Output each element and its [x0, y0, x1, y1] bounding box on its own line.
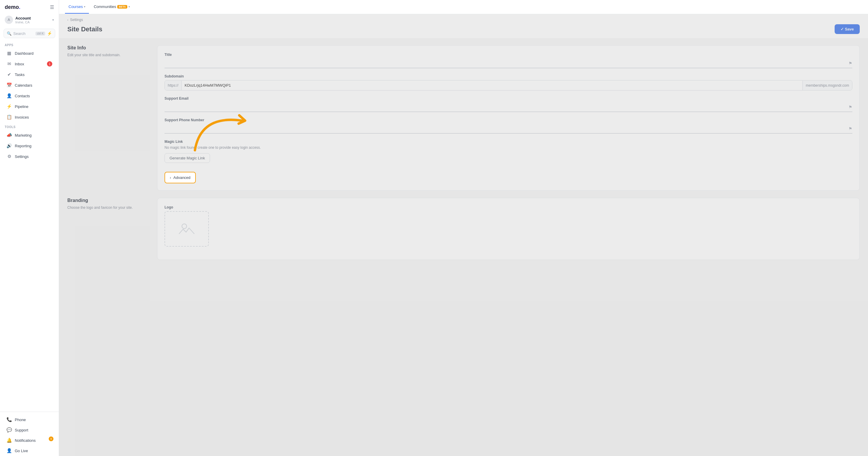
sidebar-item-phone[interactable]: 📞 Phone: [2, 415, 57, 425]
advanced-label: Advanced: [173, 175, 190, 180]
sidebar-item-label: Calendars: [15, 83, 32, 88]
contacts-icon: 👤: [6, 93, 12, 98]
sidebar-item-contacts[interactable]: 👤 Contacts: [2, 91, 57, 101]
sidebar-item-label: Go Live: [15, 449, 28, 453]
sidebar-item-calendars[interactable]: 📅 Calendars: [2, 80, 57, 90]
calendars-icon: 📅: [6, 83, 12, 88]
sidebar-item-label: Dashboard: [15, 51, 34, 56]
hamburger-icon[interactable]: ☰: [50, 4, 54, 10]
branding-section: Branding Choose the logo and favicon for…: [67, 198, 860, 260]
account-name: Account: [16, 16, 50, 20]
save-button[interactable]: ✓ Save: [835, 24, 860, 34]
phone-icon: 📞: [6, 417, 12, 422]
sidebar-item-label: Marketing: [15, 133, 32, 138]
support-phone-input[interactable]: [164, 124, 848, 133]
dashboard-icon: ▦: [6, 51, 12, 56]
search-icon: 🔍: [7, 31, 11, 36]
topnav-courses[interactable]: Courses ▾: [65, 0, 89, 13]
sidebar-logo-area: demo. ☰: [0, 0, 59, 13]
sidebar-item-label: Reporting: [15, 144, 31, 148]
advanced-button[interactable]: › Advanced: [164, 172, 196, 183]
generate-magic-link-button[interactable]: Generate Magic Link: [164, 153, 210, 163]
support-phone-group: Support Phone Number ⚑: [164, 118, 852, 134]
content-area: ‹ Settings Site Details ✓ Save Site Info…: [59, 14, 868, 456]
page-body: Site Info Edit your site title and subdo…: [59, 38, 868, 274]
topnav-communities[interactable]: Communities Beta ▾: [90, 0, 133, 13]
sidebar-item-inbox[interactable]: ✉ Inbox 1: [2, 59, 57, 69]
branding-description: Branding Choose the logo and favicon for…: [67, 198, 150, 260]
notifications-badge: 9: [49, 436, 54, 441]
main-content: Courses ▾ Communities Beta ▾ ‹ Settings …: [59, 0, 868, 456]
breadcrumb-settings[interactable]: Settings: [70, 18, 83, 22]
sidebar-bottom: 📞 Phone 💬 Support 🔔 Notifications 9 👤 Go…: [0, 411, 59, 456]
search-shortcut: ctrl K: [35, 32, 45, 35]
communities-label: Communities: [94, 4, 116, 9]
advanced-chevron-icon: ›: [170, 176, 171, 180]
subdomain-input[interactable]: [182, 80, 802, 90]
communities-chevron-icon: ▾: [128, 5, 130, 8]
site-info-desc: Edit your site title and subdomain.: [67, 52, 150, 58]
sidebar-item-label: Phone: [15, 418, 26, 422]
bolt-icon: ⚡: [47, 31, 52, 36]
logo-label: Logo: [164, 205, 852, 209]
title-group: Title ⚑: [164, 53, 852, 68]
support-icon: 💬: [6, 427, 12, 433]
courses-chevron-icon: ▾: [84, 5, 85, 8]
support-email-group: Support Email ⚑: [164, 96, 852, 112]
magic-link-group: Magic Link No magic link found, create o…: [164, 140, 852, 166]
subdomain-group: Subdomain https:// memberships.msgsndr.c…: [164, 74, 852, 90]
support-phone-flag-icon: ⚑: [848, 126, 852, 131]
chevron-down-icon: ▾: [52, 18, 54, 22]
sidebar-item-label: Settings: [15, 154, 29, 159]
sidebar-item-dashboard[interactable]: ▦ Dashboard: [2, 48, 57, 58]
support-email-label: Support Email: [164, 96, 852, 101]
site-info-title: Site Info: [67, 45, 150, 51]
title-flag-icon: ⚑: [848, 61, 852, 66]
page-title: Site Details: [67, 25, 102, 33]
account-location: Irvine, CA: [16, 20, 50, 24]
sidebar-item-label: Contacts: [15, 94, 30, 98]
branding-title: Branding: [67, 198, 150, 203]
sidebar-item-reporting[interactable]: 🔊 Reporting: [2, 141, 57, 151]
beta-badge: Beta: [117, 5, 127, 8]
sidebar-item-label: Support: [15, 428, 28, 432]
sidebar-item-label: Tasks: [15, 73, 25, 77]
svg-point-0: [182, 224, 187, 229]
sidebar-item-pipeline[interactable]: ⚡ Pipeline: [2, 102, 57, 112]
search-bar[interactable]: 🔍 Search ctrl K ⚡: [4, 29, 55, 38]
sidebar-item-support[interactable]: 💬 Support: [2, 425, 57, 435]
sidebar-item-label: Invoices: [15, 115, 29, 119]
notifications-icon: 🔔: [6, 438, 12, 443]
sidebar-item-tasks[interactable]: ✔ Tasks: [2, 69, 57, 80]
sidebar-item-invoices[interactable]: 📋 Invoices: [2, 112, 57, 122]
branding-desc: Choose the logo and favicon for your sit…: [67, 205, 150, 210]
site-info-description: Site Info Edit your site title and subdo…: [67, 45, 150, 191]
sidebar: demo. ☰ A Account Irvine, CA ▾ 🔍 Search …: [0, 0, 59, 456]
support-email-flag-icon: ⚑: [848, 105, 852, 109]
sidebar-item-profile[interactable]: 👤 Go Live: [2, 446, 57, 456]
sidebar-item-marketing[interactable]: 📣 Marketing: [2, 130, 57, 140]
inbox-icon: ✉: [6, 61, 12, 66]
sidebar-item-label: Pipeline: [15, 105, 28, 109]
sidebar-item-settings[interactable]: ⚙ Settings: [2, 151, 57, 162]
logo-upload-area[interactable]: [164, 211, 209, 247]
title-label: Title: [164, 53, 852, 57]
breadcrumb-back-icon: ‹: [67, 18, 68, 22]
tools-section-label: Tools: [0, 122, 59, 130]
support-email-input[interactable]: [164, 102, 848, 112]
top-navigation: Courses ▾ Communities Beta ▾: [59, 0, 868, 14]
sidebar-item-notifications[interactable]: 🔔 Notifications 9: [2, 435, 57, 445]
apps-section-label: Apps: [0, 40, 59, 48]
account-switcher[interactable]: A Account Irvine, CA ▾: [0, 13, 59, 26]
tasks-icon: ✔: [6, 72, 12, 77]
settings-icon: ⚙: [6, 154, 12, 159]
support-phone-label: Support Phone Number: [164, 118, 852, 122]
avatar: A: [5, 16, 13, 24]
reporting-icon: 🔊: [6, 143, 12, 148]
profile-icon: 👤: [6, 448, 12, 453]
magic-link-label: Magic Link: [164, 140, 852, 144]
title-input[interactable]: [164, 59, 848, 68]
subdomain-suffix: memberships.msgsndr.com: [802, 81, 852, 90]
magic-link-description: No magic link found, create one to provi…: [164, 145, 852, 150]
search-label: Search: [13, 31, 34, 36]
